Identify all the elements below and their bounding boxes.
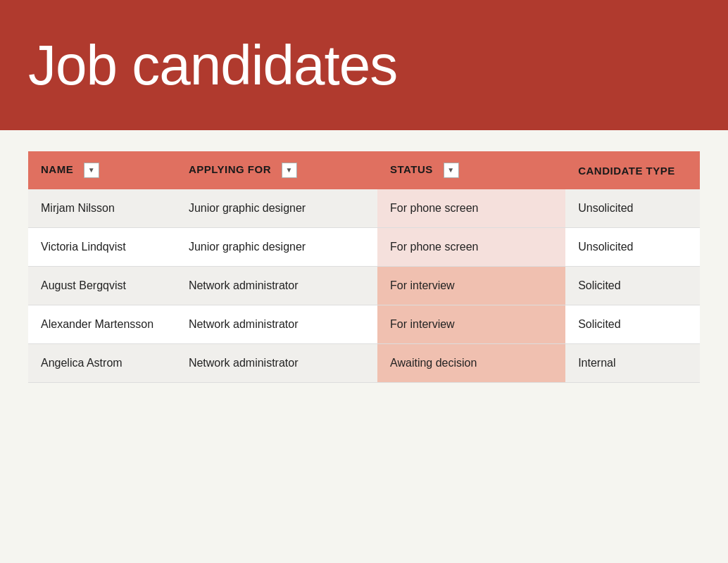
cell-status: For interview	[377, 305, 565, 344]
cell-name: Mirjam Nilsson	[28, 189, 176, 228]
cell-name: August Bergqvist	[28, 267, 176, 305]
col-header-applying: APPLYING FOR ▼	[176, 151, 377, 189]
table-row: Alexander MartenssonNetwork administrato…	[28, 305, 700, 344]
table-row: August BergqvistNetwork administratorFor…	[28, 267, 700, 305]
table-row: Angelica AstromNetwork administratorAwai…	[28, 344, 700, 383]
main-content: NAME ▼ APPLYING FOR ▼ STATUS ▼ CANDIDATE…	[0, 130, 728, 404]
cell-candidate-type: Solicited	[565, 305, 700, 344]
page-title: Job candidates	[28, 37, 397, 94]
page-header: Job candidates	[0, 0, 728, 130]
cell-applying: Junior graphic designer	[176, 228, 377, 267]
table-row: Victoria LindqvistJunior graphic designe…	[28, 228, 700, 267]
cell-applying: Network administrator	[176, 267, 377, 305]
table-header-row: NAME ▼ APPLYING FOR ▼ STATUS ▼ CANDIDATE…	[28, 151, 700, 189]
cell-candidate-type: Solicited	[565, 267, 700, 305]
cell-candidate-type: Unsolicited	[565, 189, 700, 228]
applying-filter-button[interactable]: ▼	[282, 163, 297, 178]
cell-name: Victoria Lindqvist	[28, 228, 176, 267]
cell-applying: Network administrator	[176, 305, 377, 344]
table-row: Mirjam NilssonJunior graphic designerFor…	[28, 189, 700, 228]
cell-applying: Junior graphic designer	[176, 189, 377, 228]
cell-candidate-type: Unsolicited	[565, 228, 700, 267]
cell-applying: Network administrator	[176, 344, 377, 383]
status-filter-button[interactable]: ▼	[444, 163, 459, 178]
name-filter-button[interactable]: ▼	[84, 163, 99, 178]
cell-status: Awaiting decision	[377, 344, 565, 383]
cell-candidate-type: Internal	[565, 344, 700, 383]
cell-status: For phone screen	[377, 228, 565, 267]
cell-status: For interview	[377, 267, 565, 305]
cell-status: For phone screen	[377, 189, 565, 228]
cell-name: Alexander Martensson	[28, 305, 176, 344]
col-header-type: CANDIDATE TYPE	[565, 151, 700, 189]
col-header-name: NAME ▼	[28, 151, 176, 189]
candidates-table: NAME ▼ APPLYING FOR ▼ STATUS ▼ CANDIDATE…	[28, 151, 700, 383]
cell-name: Angelica Astrom	[28, 344, 176, 383]
col-header-status: STATUS ▼	[377, 151, 565, 189]
